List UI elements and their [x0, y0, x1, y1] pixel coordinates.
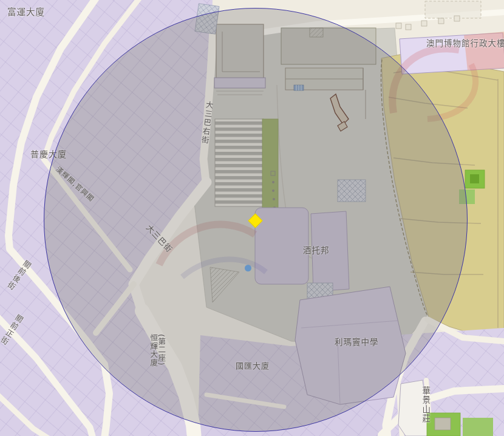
poi-dot-marker[interactable] [245, 265, 251, 271]
st-pauls-ruins [214, 24, 265, 95]
map-viewport[interactable]: 富運大廈澳門博物館行政大樓普慶大廈漢輝閣,官興閣大三巴右街大三巴街關前後街關前正… [0, 0, 504, 436]
ricci-college-building [295, 287, 406, 404]
